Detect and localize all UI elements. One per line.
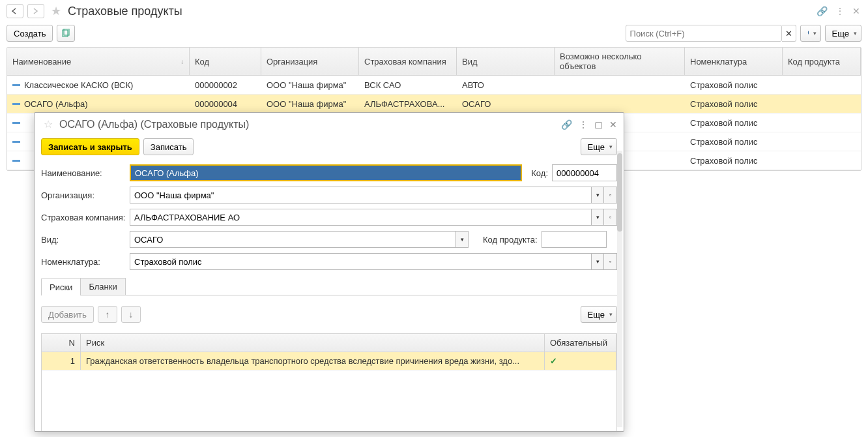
tab-blanks[interactable]: Бланки (80, 278, 125, 295)
table-row[interactable]: Классическое КАСКО (ВСК) 000000002 ООО "… (7, 76, 861, 95)
dialog-titlebar: ☆ ОСАГО (Альфа) (Страховые продукты) 🔗 ⋮… (35, 113, 624, 136)
dialog-toolbar: Записать и закрыть Записать Еще (35, 136, 624, 160)
org-dropdown-icon[interactable]: ▾ (591, 187, 604, 203)
toolbar: Создать ✕ Еще (0, 22, 868, 47)
link-icon[interactable]: 🔗 (815, 5, 829, 18)
ins-dropdown-icon[interactable]: ▾ (591, 209, 604, 226)
more-button[interactable]: Еще (825, 25, 861, 42)
risk-col-n[interactable]: N (42, 334, 81, 352)
col-org[interactable]: Организация (261, 48, 359, 75)
org-open-icon[interactable]: ▫ (604, 187, 617, 203)
dialog-maximize-icon[interactable]: ▢ (594, 119, 603, 130)
col-code[interactable]: Код (190, 48, 261, 75)
risk-row[interactable]: 1 Гражданская ответственность владельца … (42, 352, 616, 370)
table-row[interactable]: ОСАГО (Альфа) 000000004 ООО "Наша фирма"… (7, 95, 861, 113)
dialog-body: Наименование: Код: Организация: ▾ ▫ Стра… (35, 160, 624, 431)
nom-open-icon[interactable]: ▫ (604, 253, 617, 270)
page-title: Страховые продукты (68, 5, 182, 18)
nav-forward-button[interactable] (27, 4, 44, 18)
label-prod: Код продукта: (483, 235, 538, 245)
copy-button[interactable] (57, 25, 75, 42)
code-field[interactable] (552, 164, 617, 181)
label-nom: Номенклатура: (41, 257, 126, 267)
dialog-star-icon[interactable]: ☆ (44, 118, 53, 130)
svg-point-2 (808, 31, 809, 35)
row-icon (12, 141, 20, 143)
dialog-title: ОСАГО (Альфа) (Страховые продукты) (59, 119, 249, 130)
close-icon[interactable]: ✕ (851, 5, 861, 18)
create-button[interactable]: Создать (7, 25, 53, 42)
clear-search-button[interactable]: ✕ (782, 25, 796, 42)
col-prod[interactable]: Код продукта (783, 48, 861, 75)
topbar: ★ Страховые продукты 🔗 ⋮ ✕ (0, 0, 868, 22)
label-name: Наименование: (41, 168, 126, 178)
kebab-icon[interactable]: ⋮ (834, 5, 846, 18)
move-down-button[interactable]: ↓ (121, 306, 141, 323)
nom-field[interactable] (130, 253, 591, 270)
label-ins: Страховая компания: (41, 213, 126, 222)
search-input[interactable] (626, 25, 782, 42)
add-risk-button[interactable]: Добавить (41, 306, 94, 323)
save-close-button[interactable]: Записать и закрыть (41, 138, 139, 155)
edit-dialog: ☆ ОСАГО (Альфа) (Страховые продукты) 🔗 ⋮… (34, 112, 624, 432)
row-icon (12, 160, 20, 162)
label-type: Вид: (41, 235, 126, 245)
col-type[interactable]: Вид (457, 48, 555, 75)
row-icon (12, 103, 20, 105)
favorite-star-icon[interactable]: ★ (51, 4, 61, 18)
dialog-kebab-icon[interactable]: ⋮ (579, 119, 588, 130)
grid-header: Наименование↓ Код Организация Страховая … (7, 48, 861, 76)
org-field[interactable] (130, 187, 591, 203)
tabs: Риски Бланки (41, 278, 617, 295)
ins-field[interactable] (130, 209, 591, 226)
risk-col-req[interactable]: Обязательный (545, 334, 616, 352)
type-dropdown-icon[interactable]: ▾ (456, 231, 469, 248)
type-field[interactable] (130, 231, 456, 248)
row-icon (12, 122, 20, 124)
risk-table: N Риск Обязательный 1 Гражданская ответс… (41, 333, 617, 431)
col-name[interactable]: Наименование↓ (7, 48, 190, 75)
col-nom[interactable]: Номенклатура (685, 48, 783, 75)
sort-indicator-icon: ↓ (181, 58, 184, 65)
dialog-scrollbar[interactable] (617, 151, 622, 427)
name-field[interactable] (130, 164, 522, 181)
search-button[interactable] (800, 25, 821, 42)
dialog-link-icon[interactable]: 🔗 (561, 119, 572, 130)
ins-open-icon[interactable]: ▫ (604, 209, 617, 226)
col-multi[interactable]: Возможно несколько объектов (555, 48, 685, 75)
nom-dropdown-icon[interactable]: ▾ (591, 253, 604, 270)
dialog-more-button[interactable]: Еще (581, 138, 617, 155)
prod-field[interactable] (542, 231, 607, 248)
check-icon: ✓ (550, 356, 557, 366)
risk-toolbar: Добавить ↑ ↓ Еще (41, 301, 617, 328)
nav-back-button[interactable] (7, 4, 23, 18)
label-org: Организация: (41, 190, 126, 200)
row-icon (12, 84, 20, 86)
risk-more-button[interactable]: Еще (581, 306, 617, 323)
save-button[interactable]: Записать (143, 138, 194, 155)
label-code: Код: (531, 168, 548, 178)
tab-risks[interactable]: Риски (41, 279, 81, 295)
col-ins[interactable]: Страховая компания (359, 48, 457, 75)
risk-col-risk[interactable]: Риск (81, 334, 545, 352)
move-up-button[interactable]: ↑ (98, 306, 117, 323)
dialog-close-icon[interactable]: ✕ (609, 119, 617, 130)
